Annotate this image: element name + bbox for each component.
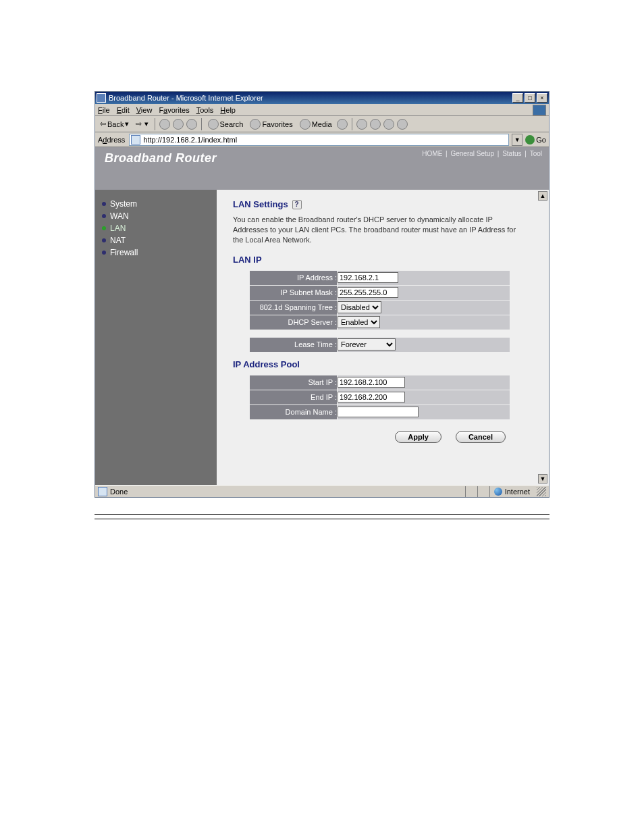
scroll-up-button[interactable]: ▲ — [538, 191, 547, 201]
forward-button[interactable]: ⇨ ▾ — [134, 119, 150, 129]
lan-ip-heading: LAN IP — [233, 255, 533, 265]
browser-window: Broadband Router - Microsoft Internet Ex… — [95, 91, 549, 498]
domain-label: Domain Name : — [250, 405, 338, 419]
security-zone: Internet — [489, 486, 534, 497]
go-icon — [525, 135, 535, 145]
domain-input[interactable] — [338, 407, 419, 417]
address-input[interactable]: http://192.168.2.1/index.html — [129, 134, 509, 146]
sidebar-item-lan[interactable]: LAN — [102, 222, 210, 234]
menu-help[interactable]: Help — [220, 106, 236, 114]
bullet-icon — [102, 202, 106, 206]
ip-address-input[interactable] — [338, 272, 398, 283]
cancel-button[interactable]: Cancel — [456, 431, 506, 443]
lan-ip-table: IP Address : IP Subnet Mask : 802.1d Spa… — [249, 270, 510, 330]
discuss-icon[interactable] — [397, 119, 408, 130]
edit-icon[interactable] — [383, 119, 394, 130]
menu-tools[interactable]: Tools — [196, 106, 214, 114]
sidebar-item-wan[interactable]: WAN — [102, 210, 210, 222]
bullet-icon — [102, 214, 106, 218]
menu-favorites[interactable]: Favorites — [159, 106, 189, 114]
window-titlebar: Broadband Router - Microsoft Internet Ex… — [95, 92, 549, 104]
sidebar-item-firewall[interactable]: Firewall — [102, 246, 210, 259]
bullet-icon — [102, 238, 106, 242]
page-description: You can enable the Broadband router's DH… — [233, 215, 516, 245]
address-dropdown[interactable]: ▼ — [512, 134, 522, 146]
window-title: Broadband Router - Microsoft Internet Ex… — [109, 94, 512, 102]
search-button[interactable]: Search — [206, 118, 246, 130]
maximize-button[interactable]: □ — [525, 93, 535, 103]
minimize-button[interactable]: _ — [512, 93, 523, 103]
address-url: http://192.168.2.1/index.html — [143, 136, 237, 144]
page-banner: Broadband Router HOME | General Setup | … — [95, 147, 549, 190]
nav-tool[interactable]: Tool — [529, 150, 543, 157]
nav-home[interactable]: HOME — [421, 150, 444, 157]
help-icon[interactable]: ? — [292, 200, 302, 209]
back-button[interactable]: ⇦ Back ▾ — [98, 119, 131, 129]
page-icon — [98, 487, 107, 496]
spanning-select[interactable]: Disabled — [338, 301, 381, 313]
history-icon[interactable] — [337, 119, 348, 130]
media-icon — [300, 119, 311, 130]
stop-icon[interactable] — [159, 119, 170, 130]
lease-table: Lease Time : Forever — [249, 337, 510, 353]
search-icon — [208, 119, 219, 130]
ip-pool-table: Start IP : End IP : Domain Name : — [249, 375, 510, 420]
ip-pool-heading: IP Address Pool — [233, 359, 533, 369]
page-icon — [131, 135, 140, 145]
lease-select[interactable]: Forever — [338, 338, 396, 350]
mail-icon[interactable] — [356, 119, 367, 130]
go-button[interactable]: Go — [525, 135, 546, 145]
toolbar: ⇦ Back ▾ ⇨ ▾ Search Favorites Media — [95, 116, 549, 132]
print-icon[interactable] — [370, 119, 381, 130]
ip-address-label: IP Address : — [250, 270, 338, 285]
start-ip-input[interactable] — [338, 377, 405, 388]
check-icon — [102, 226, 106, 230]
resize-grip[interactable] — [537, 487, 546, 496]
sidebar-item-system[interactable]: System — [102, 198, 210, 210]
refresh-icon[interactable] — [173, 119, 184, 130]
media-button[interactable]: Media — [298, 118, 334, 130]
banner-nav: HOME | General Setup | Status | Tool — [421, 147, 549, 157]
menu-file[interactable]: FFileile — [98, 106, 110, 114]
spanning-label: 802.1d Spanning Tree : — [250, 300, 338, 315]
scroll-down-button[interactable]: ▼ — [538, 474, 547, 484]
status-bar: Done Internet — [95, 485, 549, 497]
page-heading: LAN Settings — [233, 199, 288, 209]
home-icon[interactable] — [186, 119, 197, 130]
status-cell — [477, 486, 489, 497]
nav-setup[interactable]: General Setup — [449, 150, 495, 157]
menu-edit[interactable]: Edit — [117, 106, 130, 114]
menu-bar: FFileile Edit View Favorites Tools Help — [95, 104, 549, 116]
globe-icon — [494, 488, 502, 496]
end-ip-label: End IP : — [250, 390, 338, 405]
banner-title: Broadband Router — [95, 147, 217, 165]
sidebar-item-nat[interactable]: NAT — [102, 234, 210, 246]
subnet-input[interactable] — [338, 287, 398, 298]
end-ip-input[interactable] — [338, 392, 405, 402]
status-cell — [465, 486, 477, 497]
sidebar: System WAN LAN NAT Firewall — [95, 190, 217, 485]
dhcp-label: DHCP Server : — [250, 315, 338, 330]
favorites-icon — [250, 119, 261, 130]
lease-label: Lease Time : — [250, 337, 338, 352]
favorites-button[interactable]: Favorites — [248, 118, 294, 130]
status-text: Done — [110, 488, 128, 496]
divider — [95, 519, 549, 519]
apply-button[interactable]: Apply — [395, 431, 441, 443]
menu-view[interactable]: View — [136, 106, 153, 114]
bullet-icon — [102, 251, 106, 255]
zone-label: Internet — [505, 488, 530, 496]
subnet-label: IP Subnet Mask : — [250, 285, 338, 300]
dhcp-select[interactable]: Enabled — [338, 316, 380, 328]
nav-status[interactable]: Status — [501, 150, 522, 157]
address-bar: Address http://192.168.2.1/index.html ▼ … — [95, 132, 549, 147]
close-button[interactable]: × — [537, 93, 547, 103]
address-label: Address — [98, 136, 126, 144]
divider — [95, 514, 549, 515]
ie-icon — [97, 93, 106, 103]
start-ip-label: Start IP : — [250, 375, 338, 390]
main-panel: ▲ ▼ LAN Settings ? You can enable the Br… — [217, 190, 549, 485]
ie-throbber-icon — [533, 105, 546, 115]
